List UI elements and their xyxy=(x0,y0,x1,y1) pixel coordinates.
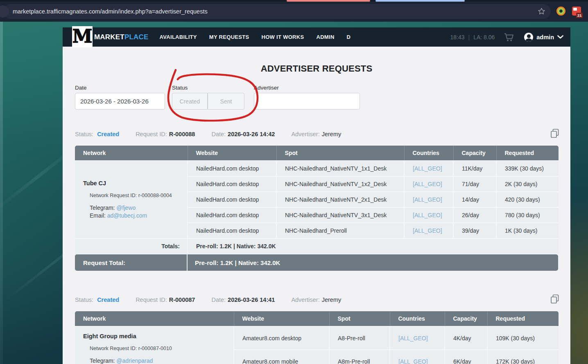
nav-d[interactable]: D xyxy=(347,34,351,40)
brand-name[interactable]: MARKETPLACE xyxy=(94,33,149,41)
network-cell: Tube CJ Network Request ID: r-000088-000… xyxy=(75,161,188,238)
filters-bar: Date Status Created Sent Advertiser xyxy=(63,85,570,110)
geo-link[interactable]: [ALL_GEO] xyxy=(413,212,442,218)
countries-cell: [ALL_GEO] xyxy=(404,161,453,176)
spot-cell: A8-Pre-roll xyxy=(329,326,390,350)
countries-cell: [ALL_GEO] xyxy=(404,223,453,238)
request-advertiser: Jeremy xyxy=(322,131,341,137)
network-request-id: Network Request ID: r-000087-0010 xyxy=(90,346,229,351)
chevron-down-icon[interactable] xyxy=(557,35,563,39)
requested-cell: 780 (30 days) xyxy=(496,207,559,223)
website-cell: Amateur8.com mobile xyxy=(234,350,329,364)
request-meta: Status: Created Request ID: R-000087 Dat… xyxy=(63,294,570,305)
requested-cell: 420 (30 days) xyxy=(496,192,559,207)
copy-icon[interactable] xyxy=(550,128,559,139)
site-info-button[interactable] xyxy=(0,5,9,18)
status-filter-label: Status xyxy=(172,85,254,91)
countries-cell: [ALL_GEO] xyxy=(404,207,453,223)
nav-availability[interactable]: AVAILABILITY xyxy=(160,34,197,40)
page-title: ADVERTISER REQUESTS xyxy=(63,47,570,74)
site-header: M MARKETPLACE AVAILABILITY MY REQUESTS H… xyxy=(63,27,570,47)
request-id: R-000087 xyxy=(169,297,195,303)
totals-label: Totals: xyxy=(75,238,188,254)
table-header-row: Network Website Spot Countries Capacity … xyxy=(75,146,559,161)
background-edge-light xyxy=(0,21,3,364)
capacity-cell: 26/day xyxy=(453,207,496,223)
totals-row: Totals: Pre-roll: 1.2K | Native: 342.0K xyxy=(75,238,559,254)
nav-my-requests[interactable]: MY REQUESTS xyxy=(209,34,249,40)
advertiser-filter: Advertiser xyxy=(254,85,360,110)
request-status: Created xyxy=(97,297,119,303)
spot-cell: A8m-Pre-roll xyxy=(329,350,390,364)
countries-cell: [ALL_GEO] xyxy=(390,350,445,364)
capacity-cell: 11K/day xyxy=(453,161,496,176)
email-link[interactable]: ad@tubecj.com xyxy=(107,212,147,219)
nav-admin[interactable]: ADMIN xyxy=(316,34,334,40)
table-header-row: Network Website Spot Countries Capacity … xyxy=(75,311,559,326)
countries-cell: [ALL_GEO] xyxy=(390,326,445,350)
spot-cell: NHC-Nailedhard_NativeNTV_1x1_Desk xyxy=(276,161,404,176)
requested-cell: 109K (30 days) xyxy=(487,326,559,350)
spot-cell: NHC-Nailedhard_Preroll xyxy=(276,223,404,238)
capacity-cell: 6K/day xyxy=(445,350,487,364)
request-table: Network Website Spot Countries Capacity … xyxy=(75,146,559,254)
requested-cell: 1K (30 days) xyxy=(496,223,559,238)
table-row: Tube CJ Network Request ID: r-000088-000… xyxy=(75,161,559,176)
request-meta: Status: Created Request ID: R-000088 Dat… xyxy=(63,128,570,139)
network-name: Tube CJ xyxy=(83,180,183,186)
address-bar[interactable]: marketplace.trafficmagnates.com/admin/in… xyxy=(3,4,551,19)
request-date: 2026-03-26 14:42 xyxy=(228,131,275,137)
extension-icon-orange[interactable] xyxy=(556,7,565,16)
geo-link[interactable]: [ALL_GEO] xyxy=(413,227,442,234)
user-name[interactable]: admin xyxy=(536,34,554,40)
request-advertiser: Jeremy xyxy=(322,297,341,303)
status-sent-button[interactable]: Sent xyxy=(208,93,244,110)
copy-icon[interactable] xyxy=(550,294,559,305)
capacity-cell: 14/day xyxy=(453,192,496,207)
url-text: marketplace.trafficmagnates.com/admin/in… xyxy=(13,8,208,15)
spot-cell: NHC-Nailedhard_NativeNTV_2x1_Desk xyxy=(276,192,404,207)
spot-cell: NHC-Nailedhard_NativeNTV_1x2_Desk xyxy=(276,176,404,192)
website-cell: NailedHard.com desktop xyxy=(188,161,276,176)
tab-indicator-red xyxy=(287,0,370,2)
website-cell: NailedHard.com desktop xyxy=(188,176,276,192)
request-table: Network Website Spot Countries Capacity … xyxy=(75,311,559,364)
request-total-label: Request Total: xyxy=(75,254,188,271)
capacity-cell: 39/day xyxy=(453,223,496,238)
geo-link[interactable]: [ALL_GEO] xyxy=(413,165,442,172)
geo-link[interactable]: [ALL_GEO] xyxy=(413,181,442,187)
status-filter: Status Created Sent xyxy=(172,85,254,110)
tab-indicator-blue xyxy=(375,0,465,2)
website-cell: NailedHard.com desktop xyxy=(188,223,276,238)
request-date: 2026-03-26 14:41 xyxy=(228,297,275,303)
status-created-button[interactable]: Created xyxy=(172,93,208,110)
request-total-bar: Request Total: Pre-roll: 1.2K | Native: … xyxy=(75,254,558,271)
main-nav: AVAILABILITY MY REQUESTS HOW IT WORKS AD… xyxy=(160,34,351,40)
geo-link[interactable]: [ALL_GEO] xyxy=(398,335,428,342)
header-balance: LA: 8.06 xyxy=(473,34,495,40)
date-range-input[interactable] xyxy=(75,93,165,110)
geo-link[interactable]: [ALL_GEO] xyxy=(413,196,442,203)
website-cell: NailedHard.com desktop xyxy=(188,207,276,223)
telegram-link[interactable]: @fjewo xyxy=(116,204,136,211)
advertiser-input[interactable] xyxy=(254,93,360,110)
advertiser-filter-label: Advertiser xyxy=(254,85,360,91)
requested-cell: 2K (30 days) xyxy=(496,176,559,192)
requested-cell: 172K (30 days) xyxy=(487,350,559,364)
website-cell: Amateur8.com desktop xyxy=(234,326,329,350)
header-separator: | xyxy=(468,34,470,40)
geo-link[interactable]: [ALL_GEO] xyxy=(398,358,428,364)
totals-value: Pre-roll: 1.2K | Native: 342.0K xyxy=(188,238,559,254)
status-button-group: Created Sent xyxy=(172,93,254,110)
nav-how-it-works[interactable]: HOW IT WORKS xyxy=(261,34,304,40)
marketplace-logo[interactable]: M xyxy=(72,26,93,47)
date-filter: Date xyxy=(75,85,172,110)
site-window: M MARKETPLACE AVAILABILITY MY REQUESTS H… xyxy=(63,27,570,364)
website-cell: NailedHard.com desktop xyxy=(188,192,276,207)
user-avatar-icon[interactable] xyxy=(524,33,533,42)
cart-icon[interactable] xyxy=(504,32,514,42)
countries-cell: [ALL_GEO] xyxy=(404,176,453,192)
telegram-link[interactable]: @adrienparad xyxy=(116,357,153,364)
bookmark-star-icon[interactable] xyxy=(537,7,546,16)
extension-icon-red[interactable]: 21 xyxy=(572,7,581,16)
